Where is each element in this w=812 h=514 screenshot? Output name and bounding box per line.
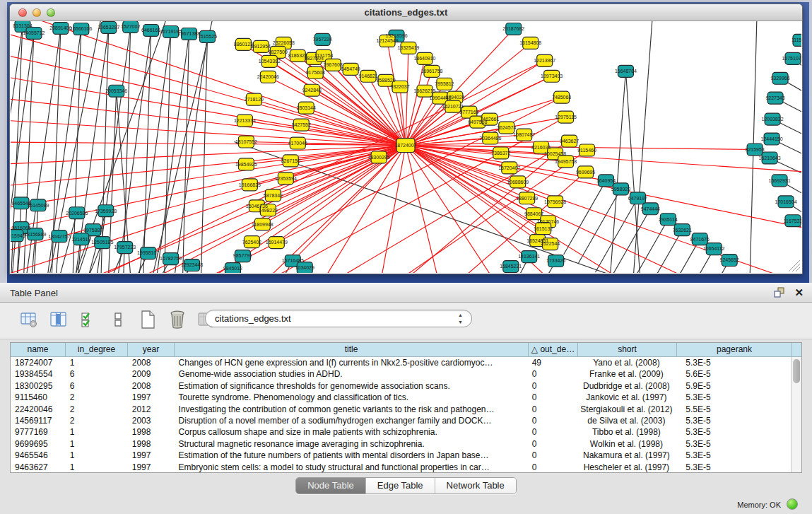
- cell-out_de: 0: [528, 404, 577, 415]
- network-window[interactable]: citations_edges.txt 81313041405571220891…: [9, 4, 803, 274]
- resize-grip[interactable]: [789, 260, 800, 271]
- cell-year: 1997: [128, 450, 175, 461]
- cell-pagerank: 5.3E-5: [676, 462, 791, 472]
- new-table-icon[interactable]: [137, 308, 158, 331]
- cell-title: Changes of HCN gene expression and I(f) …: [175, 357, 528, 368]
- cell-in_degree: 1: [66, 357, 128, 368]
- graph-node-label: 19166825: [239, 182, 261, 187]
- graph-node-label: 14055712: [23, 30, 45, 35]
- column-header-title[interactable]: title: [175, 343, 529, 356]
- graph-node-label: 10654112: [703, 246, 725, 251]
- graph-node-label: 9845012: [223, 266, 242, 271]
- graph-node-label: 10973493: [541, 74, 563, 78]
- table-row[interactable]: 1872400712008Changes of HCN gene express…: [11, 357, 791, 368]
- table-settings-icon[interactable]: [18, 308, 40, 331]
- scrollbar-thumb[interactable]: [793, 359, 800, 383]
- cell-short: Stergiakouli et al. (2012): [577, 404, 676, 415]
- graph-node-label: 19495758: [555, 159, 577, 164]
- graph-node-label: 9975887: [83, 228, 102, 233]
- graph-node-label: 18807289: [516, 196, 538, 201]
- cell-year: 1998: [128, 426, 175, 438]
- graph-node-label: 9329966: [770, 76, 789, 81]
- column-header-in_degree[interactable]: in_degree: [66, 343, 128, 356]
- graph-node-label: 2803144: [297, 105, 316, 110]
- table-row[interactable]: 946554611997Estimation of the future num…: [11, 450, 791, 461]
- table-row[interactable]: 977716911998Corpus callosum shape and si…: [11, 426, 791, 438]
- table-chooser-value: citations_edges.txt: [215, 313, 291, 324]
- cytoscape-desktop: citations_edges.txt 81313041405571220891…: [0, 0, 812, 283]
- cell-short: Yano et al. (2008): [577, 357, 676, 368]
- table-row[interactable]: 1456911722003Disruption of a novel membe…: [11, 415, 791, 426]
- graph-node-label: 8267150: [281, 158, 300, 163]
- rows-icon[interactable]: [107, 308, 129, 331]
- cell-title: Genome-wide association studies in ADHD.: [175, 368, 528, 380]
- vertical-scrollbar[interactable]: [791, 357, 801, 472]
- float-panel-icon[interactable]: [773, 286, 786, 299]
- tab-network-table[interactable]: Network Table: [435, 478, 516, 493]
- graph-node-label: 9175608: [306, 70, 325, 75]
- select-columns-icon[interactable]: [48, 308, 69, 331]
- graph-node-label: 2967608: [324, 62, 343, 67]
- graph-node-label: 13042757: [48, 234, 70, 239]
- dropdown-stepper-icon[interactable]: ▲▼: [458, 312, 463, 326]
- graph-edge: [293, 146, 406, 262]
- cell-out_de: 0: [528, 380, 577, 392]
- table-row[interactable]: 2242004622012Investigating the contribut…: [11, 404, 791, 415]
- graph-node-label: 16210643: [759, 156, 781, 160]
- column-header-name[interactable]: name: [11, 343, 66, 356]
- table-row[interactable]: 911546021997Tourette syndrome. Phenomeno…: [11, 392, 791, 403]
- table-row[interactable]: 969969511998Structural magnetic resonanc…: [11, 438, 791, 450]
- cell-in_degree: 2: [66, 392, 128, 403]
- close-panel-icon[interactable]: ✕: [794, 286, 804, 299]
- graph-edge: [269, 62, 406, 146]
- graph-node-label: 11809948: [252, 222, 273, 227]
- column-header-year[interactable]: year: [128, 343, 175, 356]
- graph-node-label: 9884067: [524, 211, 543, 216]
- graph-edge: [625, 71, 642, 273]
- cell-title: Estimation of the future numbers of pati…: [175, 450, 528, 461]
- cell-pagerank: 5.3E-5: [676, 392, 791, 403]
- cell-year: 2008: [128, 380, 175, 392]
- graph-node-label: 10543392: [259, 59, 281, 64]
- network-window-titlebar[interactable]: citations_edges.txt: [10, 4, 802, 21]
- graph-node-label: 20053346: [105, 88, 127, 93]
- graph-node-label: 6466161: [141, 28, 160, 33]
- cell-short: Nakamura et al. (1997): [577, 450, 676, 461]
- graph-node-label: 8471676: [690, 237, 710, 242]
- table-chooser-dropdown[interactable]: citations_edges.txt ▲▼: [205, 310, 472, 327]
- table-row[interactable]: 946362711997Embryonic stem cells: a mode…: [11, 462, 791, 472]
- citation-network-graph[interactable]: 8131304140557122089140616566106106532871…: [11, 21, 801, 273]
- cell-pagerank: 5.3E-5: [676, 438, 791, 450]
- graph-node-label: 7485063: [552, 95, 571, 100]
- delete-table-icon[interactable]: [167, 308, 188, 331]
- column-header-out_de[interactable]: △ out_de…: [529, 343, 578, 356]
- graph-node-label: 7632621: [673, 228, 692, 233]
- graph-node-label: 12975115: [555, 115, 577, 119]
- cell-pagerank: 5.3E-5: [676, 426, 791, 438]
- cell-in_degree: 1: [66, 438, 128, 450]
- graph-node-label: 9242848: [302, 88, 322, 93]
- cell-name: 9699695: [11, 438, 66, 450]
- cell-out_de: 0: [528, 426, 577, 438]
- column-header-short[interactable]: short: [578, 343, 677, 356]
- graph-node-label: 6794024: [445, 95, 464, 100]
- graph-node-label: 18107552: [235, 139, 257, 144]
- graph-node-label: 19854925: [235, 162, 257, 167]
- table-row[interactable]: 1938455462009Genome-wide association stu…: [11, 368, 791, 380]
- graph-node-label: 15716485: [282, 258, 304, 263]
- graph-node-label: 1733426: [546, 258, 565, 263]
- graph-node-label: 4170046: [288, 141, 307, 146]
- network-canvas[interactable]: 8131304140557122089140616566106106532871…: [11, 21, 801, 273]
- memory-ok-indicator[interactable]: [787, 498, 798, 510]
- graph-edge: [11, 146, 406, 241]
- graph-node-label: 16782759: [160, 256, 182, 261]
- table-row[interactable]: 1830029562008Estimation of significance …: [11, 380, 791, 392]
- cell-year: 2012: [128, 404, 175, 415]
- column-checklist-icon[interactable]: [78, 308, 99, 331]
- cell-in_degree: 1: [66, 450, 128, 461]
- cell-in_degree: 2: [66, 404, 128, 415]
- column-header-pagerank[interactable]: pagerank: [677, 343, 792, 356]
- tab-edge-table[interactable]: Edge Table: [366, 478, 435, 493]
- tab-node-table[interactable]: Node Table: [296, 478, 366, 493]
- graph-edge: [11, 93, 406, 146]
